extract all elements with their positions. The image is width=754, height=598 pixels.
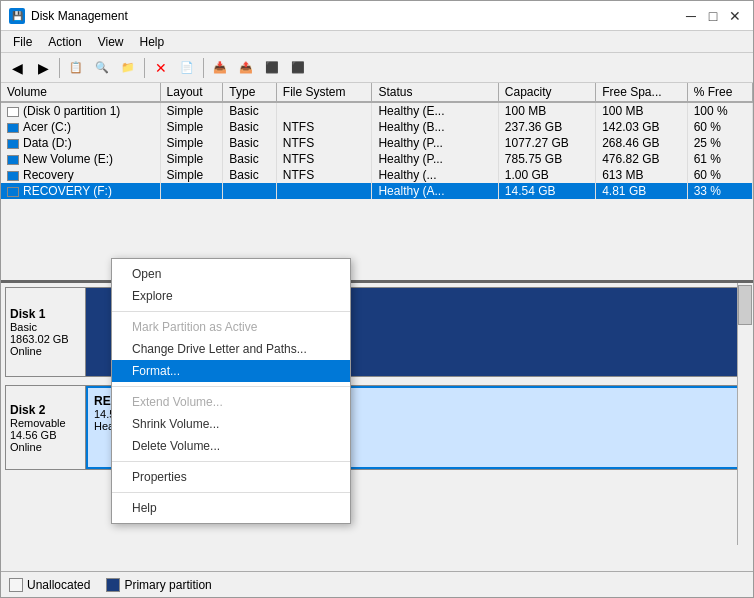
col-filesystem[interactable]: File System: [276, 83, 372, 102]
volume-table: Volume Layout Type File System Status Ca…: [1, 83, 753, 199]
legend-box-primary: [106, 578, 120, 592]
col-pctfree[interactable]: % Free: [687, 83, 752, 102]
legend-label-unallocated: Unallocated: [27, 578, 90, 592]
cell-volume: Recovery: [1, 167, 160, 183]
scrollbar-track[interactable]: [737, 283, 753, 545]
cell-volume: Acer (C:): [1, 119, 160, 135]
scrollbar-thumb[interactable]: [738, 285, 752, 325]
app-icon: 💾: [9, 8, 25, 24]
close-button[interactable]: ✕: [725, 6, 745, 26]
toolbar-btn-5[interactable]: 📥: [208, 56, 232, 80]
window-controls: ─ □ ✕: [681, 6, 745, 26]
cell-volume: Data (D:): [1, 135, 160, 151]
status-bar: Unallocated Primary partition: [1, 571, 753, 597]
ctx-sep-2: [112, 386, 350, 387]
disk1-name: Disk 1: [10, 307, 81, 321]
toolbar-btn-2[interactable]: 🔍: [90, 56, 114, 80]
ctx-sep-1: [112, 311, 350, 312]
toolbar-btn-8[interactable]: ⬛: [286, 56, 310, 80]
title-bar-left: 💾 Disk Management: [9, 8, 128, 24]
disk1-status: Online: [10, 345, 81, 357]
disk1-label: Disk 1 Basic 1863.02 GB Online: [6, 288, 86, 376]
toolbar-btn-6[interactable]: 📤: [234, 56, 258, 80]
cell-volume: (Disk 0 partition 1): [1, 102, 160, 119]
ctx-extend: Extend Volume...: [112, 391, 350, 413]
table-row[interactable]: Recovery Simple Basic NTFS Healthy (... …: [1, 167, 753, 183]
disk2-name: Disk 2: [10, 403, 81, 417]
menu-file[interactable]: File: [5, 33, 40, 51]
legend-box-unallocated: [9, 578, 23, 592]
toolbar-btn-1[interactable]: 📋: [64, 56, 88, 80]
ctx-properties[interactable]: Properties: [112, 466, 350, 488]
delete-button[interactable]: ✕: [149, 56, 173, 80]
cell-volume-selected: RECOVERY (F:): [1, 183, 160, 199]
disk2-label: Disk 2 Removable 14.56 GB Online: [6, 386, 86, 469]
col-capacity[interactable]: Capacity: [498, 83, 595, 102]
legend-label-primary: Primary partition: [124, 578, 211, 592]
col-status[interactable]: Status: [372, 83, 498, 102]
disk2-status: Online: [10, 441, 81, 453]
col-layout[interactable]: Layout: [160, 83, 223, 102]
minimize-button[interactable]: ─: [681, 6, 701, 26]
ctx-open[interactable]: Open: [112, 263, 350, 285]
table-row[interactable]: (Disk 0 partition 1) Simple Basic Health…: [1, 102, 753, 119]
table-row-selected[interactable]: RECOVERY (F:) Healthy (A... 14.54 GB 4.8…: [1, 183, 753, 199]
ctx-explore[interactable]: Explore: [112, 285, 350, 307]
table-row[interactable]: Acer (C:) Simple Basic NTFS Healthy (B..…: [1, 119, 753, 135]
col-volume[interactable]: Volume: [1, 83, 160, 102]
toolbar-btn-3[interactable]: 📁: [116, 56, 140, 80]
table-row[interactable]: New Volume (E:) Simple Basic NTFS Health…: [1, 151, 753, 167]
menu-help[interactable]: Help: [132, 33, 173, 51]
toolbar-btn-4[interactable]: 📄: [175, 56, 199, 80]
legend-primary: Primary partition: [106, 578, 211, 592]
ctx-mark-active: Mark Partition as Active: [112, 316, 350, 338]
ctx-sep-3: [112, 461, 350, 462]
menu-view[interactable]: View: [90, 33, 132, 51]
toolbar-sep-1: [59, 58, 60, 78]
ctx-sep-4: [112, 492, 350, 493]
table-row[interactable]: Data (D:) Simple Basic NTFS Healthy (P..…: [1, 135, 753, 151]
ctx-delete[interactable]: Delete Volume...: [112, 435, 350, 457]
disk2-size: 14.56 GB: [10, 429, 81, 441]
maximize-button[interactable]: □: [703, 6, 723, 26]
disk2-type: Removable: [10, 417, 81, 429]
legend-unallocated: Unallocated: [9, 578, 90, 592]
toolbar-sep-2: [144, 58, 145, 78]
col-freespace[interactable]: Free Spa...: [596, 83, 687, 102]
ctx-help[interactable]: Help: [112, 497, 350, 519]
disk1-size: 1863.02 GB: [10, 333, 81, 345]
window-title: Disk Management: [31, 9, 128, 23]
toolbar-btn-7[interactable]: ⬛: [260, 56, 284, 80]
cell-volume: New Volume (E:): [1, 151, 160, 167]
ctx-format[interactable]: Format...: [112, 360, 350, 382]
context-menu: Open Explore Mark Partition as Active Ch…: [111, 258, 351, 524]
disk1-type: Basic: [10, 321, 81, 333]
main-content: Volume Layout Type File System Status Ca…: [1, 83, 753, 571]
ctx-change-drive[interactable]: Change Drive Letter and Paths...: [112, 338, 350, 360]
menu-bar: File Action View Help: [1, 31, 753, 53]
volume-table-container[interactable]: Volume Layout Type File System Status Ca…: [1, 83, 753, 283]
toolbar-sep-3: [203, 58, 204, 78]
disk-management-window: 💾 Disk Management ─ □ ✕ File Action View…: [0, 0, 754, 598]
forward-button[interactable]: ▶: [31, 56, 55, 80]
back-button[interactable]: ◀: [5, 56, 29, 80]
title-bar: 💾 Disk Management ─ □ ✕: [1, 1, 753, 31]
ctx-shrink[interactable]: Shrink Volume...: [112, 413, 350, 435]
menu-action[interactable]: Action: [40, 33, 89, 51]
col-type[interactable]: Type: [223, 83, 277, 102]
toolbar: ◀ ▶ 📋 🔍 📁 ✕ 📄 📥 📤 ⬛ ⬛: [1, 53, 753, 83]
